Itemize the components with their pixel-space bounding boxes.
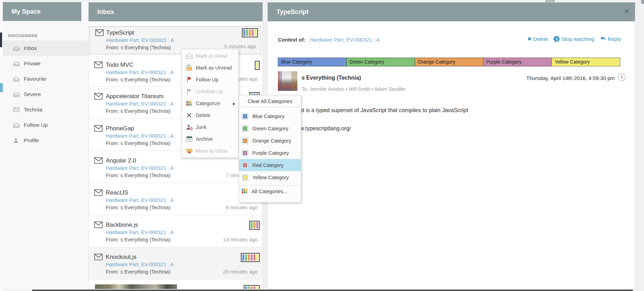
message-row[interactable]: ReactJSHardware Part, EV-000321 : AFrom:… [89,183,262,215]
message-row[interactable]: Knockout.jsHardware Part, EV-000321 : AF… [89,247,262,279]
submenu-item-green-category[interactable]: Green Category [239,122,301,134]
context-link[interactable]: Hardware Part, EV-000321 : A [310,37,380,43]
delete-x-icon: ✖ [527,36,531,42]
my-space-title: My Space [12,8,40,15]
menu-item-move-to-inbox[interactable]: Move to Inbox [182,145,238,157]
message-detail-panel: TypeScript ✕ Context of: Hardware Part, … [267,2,635,289]
menu-item-label: Junk [196,124,207,130]
tray-icon [13,122,20,128]
submenu-item-label: Orange Category [252,138,291,144]
all-categories-label: All Categories... [252,189,287,194]
background-fragment [0,83,3,92]
submenu-item-label: Red Category [252,162,283,168]
watch-count-badge: 3 [554,36,560,42]
sidebar-item-severe[interactable]: Severe [3,87,88,102]
sidebar-item-favourite[interactable]: Favourite [3,71,88,87]
message-timestamp: 5 minutes ago [224,44,256,49]
detail-header: TypeScript [268,2,635,21]
stop-watching-action[interactable]: 3 Stop watching [554,36,594,42]
sidebar-item-label: Follow Up [24,122,48,128]
category-tag-orange: Orange Category [415,58,483,66]
category-bar-blue [242,254,244,261]
yellow-swatch-icon [242,174,248,181]
list-envelope-icon [94,125,103,132]
menu-item-label: Archive [196,136,213,142]
message-context-link[interactable]: Hardware Part, EV-000321 : A [106,229,258,236]
category-bar-orange [253,222,256,228]
category-bar-yellow [254,30,257,36]
category-bar-orange [248,254,250,261]
category-tag-green: Green Category [346,58,415,66]
reply-action[interactable]: Reply [600,36,621,42]
message-row[interactable]: Backbone.jsHardware Part, EV-000321 : AF… [89,215,262,247]
category-tag-yellow: Yellow Category [552,58,620,66]
sidebar-item-technia[interactable]: Technia [3,102,88,117]
category-bar-orange [249,30,251,36]
menu-item-follow-up[interactable]: Follow Up [182,74,238,86]
message-title: Backbone.js [106,221,258,229]
purple-swatch-fill [243,151,247,155]
all-categories-item[interactable]: All Categories... [239,185,301,197]
message-context-link[interactable]: Hardware Part, EV-000321 : A [106,37,257,44]
category-grid-icon [186,100,193,107]
message-title: Knockout.js [106,253,258,261]
blue-swatch-icon [242,113,248,119]
envelope-icon [13,107,20,112]
sidebar-item-label: Favourite [24,76,46,82]
sidebar-item-label: Profile [24,137,39,144]
message-context-link[interactable]: Hardware Part, EV-000321 : A [106,197,258,204]
category-bar-green [248,286,250,289]
category-chip [242,28,258,37]
menu-item-archive[interactable]: Archive [182,133,238,145]
category-options: Blue CategoryGreen CategoryOrange Catego… [239,107,301,183]
menu-item-delete[interactable]: Delete [182,109,238,121]
yellow-swatch-fill [243,175,247,180]
delete-action[interactable]: ✖ Delete [527,36,548,42]
flag-red-icon [186,77,193,83]
sidebar-item-follow-up[interactable]: Follow Up [3,117,88,133]
menu-item-junk[interactable]: Junk [182,121,238,133]
sidebar-item-label: Severe [24,91,41,97]
close-icon[interactable]: ✕ [624,9,629,15]
submenu-item-red-category[interactable]: Red Category [239,159,301,171]
message-context-link[interactable]: Hardware Part, EV-000321 : A [106,261,258,268]
green-swatch-icon [242,125,248,132]
menu-item-mark-as-read[interactable]: Mark as Read [182,50,238,62]
submenu-item-purple-category[interactable]: Purple Category [239,147,301,159]
sidebar-item-private[interactable]: Private [3,56,88,71]
menu-item-label: Move to Inbox [196,148,228,154]
menu-item-mark-as-unread[interactable]: Mark as Unread [182,62,238,74]
submenu-item-label: Purple Category [252,150,289,156]
sidebar-item-inbox[interactable]: Inbox [3,41,88,56]
message-timestamp: 13 minutes ago [223,237,258,242]
menu-item-categorize[interactable]: Categorize▸ [182,97,238,109]
message-context-link[interactable]: Hardware Part, EV-000321 : A [106,165,258,172]
submenu-item-blue-category[interactable]: Blue Category [239,110,301,122]
red-swatch-icon [242,162,248,168]
submenu-item-yellow-category[interactable]: Yellow Category [239,171,301,183]
submenu-item-orange-category[interactable]: Orange Category [239,134,301,147]
my-space-header: My Space [3,2,81,21]
submenu-item-label: Yellow Category [252,175,289,180]
recipients-line: To: Jennifer Aniston • Will Smith • Adam… [302,86,406,92]
inbox-header: Inbox [89,2,262,21]
category-bar-red [253,254,256,261]
category-chip [244,285,260,289]
category-bar-green [245,254,247,261]
purple-swatch-icon [242,150,248,156]
category-bar-orange [251,286,253,289]
list-envelope-icon [94,221,103,228]
category-bar-purple [256,222,258,228]
red-swatch-fill [243,163,247,167]
my-space-panel: My Space DISCUSSIONS InboxPrivateFavouri… [3,2,88,289]
background-page-bottom-bar [32,290,633,291]
sidebar-item-label: Inbox [24,45,37,51]
inbox-title: Inbox [97,8,114,16]
clear-all-categories-item[interactable]: Clear All Categories [239,95,301,107]
sidebar-item-profile[interactable]: Profile [3,133,88,148]
menu-item-unfollow-up[interactable]: Unfollow Up [182,86,238,97]
message-row[interactable] [89,279,262,289]
green-swatch-fill [243,126,247,131]
message-actions: ✖ Delete 3 Stop watching Reply [524,36,621,42]
sender-name: s Everything (Technia) [302,75,361,81]
